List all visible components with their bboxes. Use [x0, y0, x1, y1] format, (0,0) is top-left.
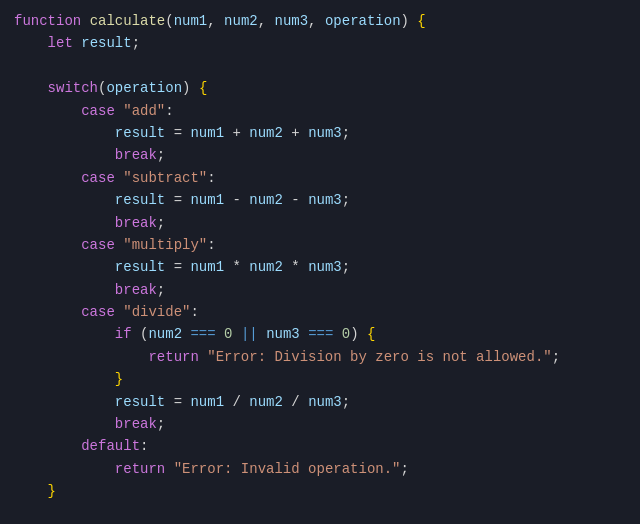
token-plain	[359, 326, 367, 342]
token-paren: (	[165, 13, 173, 29]
token-op: *	[232, 259, 240, 275]
token-plain: :	[165, 103, 173, 119]
token-eq: =	[174, 259, 182, 275]
line-content: break;	[14, 144, 165, 166]
code-line: case "add":	[0, 100, 640, 122]
token-kw: break	[115, 147, 157, 163]
token-var: num3	[266, 326, 300, 342]
token-paren: )	[401, 13, 409, 29]
token-kw: break	[115, 416, 157, 432]
token-brace: {	[199, 80, 207, 96]
code-line: case "subtract":	[0, 167, 640, 189]
token-num: 0	[342, 326, 350, 342]
token-plain	[115, 170, 123, 186]
token-var: num2	[249, 394, 283, 410]
token-plain	[132, 326, 140, 342]
token-var: num1	[190, 192, 224, 208]
code-line: if (num2 === 0 || num3 === 0) {	[0, 323, 640, 345]
token-str: "subtract"	[123, 170, 207, 186]
token-semi: ;	[157, 147, 165, 163]
token-var: num1	[190, 394, 224, 410]
token-plain	[300, 125, 308, 141]
token-param: num3	[275, 13, 309, 29]
code-line	[0, 55, 640, 77]
code-line: case "multiply":	[0, 234, 640, 256]
token-str: "add"	[123, 103, 165, 119]
token-plain	[73, 35, 81, 51]
token-plain	[233, 326, 241, 342]
token-eq: =	[174, 394, 182, 410]
token-plain	[115, 304, 123, 320]
token-semi: ;	[157, 215, 165, 231]
token-kw: return	[148, 349, 198, 365]
token-op: +	[232, 125, 240, 141]
token-plain	[300, 394, 308, 410]
token-semi: ;	[342, 394, 350, 410]
line-content: result = num1 - num2 - num3;	[14, 189, 350, 211]
token-brace: {	[417, 13, 425, 29]
code-content: function calculate(num1, num2, num3, ope…	[0, 10, 640, 524]
token-op: *	[291, 259, 299, 275]
token-semi: ;	[342, 192, 350, 208]
token-op: -	[232, 192, 240, 208]
line-content: case "add":	[14, 100, 174, 122]
token-plain	[258, 326, 266, 342]
line-content: case "divide":	[14, 301, 199, 323]
code-line: break;	[0, 413, 640, 435]
line-content: result = num1 / num2 / num3;	[14, 391, 350, 413]
token-str: "divide"	[123, 304, 190, 320]
token-kw: switch	[48, 80, 98, 96]
token-var: num2	[249, 259, 283, 275]
token-plain	[14, 483, 48, 499]
line-content: }	[14, 480, 56, 502]
token-var: num2	[249, 125, 283, 141]
token-bool-op: ===	[190, 326, 215, 342]
token-brace: {	[367, 326, 375, 342]
line-content: if (num2 === 0 || num3 === 0) {	[14, 323, 375, 345]
token-plain	[14, 215, 115, 231]
line-content	[14, 503, 22, 524]
token-var: result	[81, 35, 131, 51]
token-str: "Error: Invalid operation."	[174, 461, 401, 477]
token-var: result	[115, 125, 165, 141]
token-eq: =	[174, 192, 182, 208]
token-plain	[300, 192, 308, 208]
code-line: break;	[0, 144, 640, 166]
token-plain	[14, 170, 81, 186]
token-op: /	[232, 394, 240, 410]
token-brace: }	[48, 483, 56, 499]
code-line: default:	[0, 435, 640, 457]
code-line: result = num1 - num2 - num3;	[0, 189, 640, 211]
token-kw: default	[81, 438, 140, 454]
line-content: return "Error: Invalid operation.";	[14, 458, 409, 480]
token-plain	[14, 326, 115, 342]
token-param: operation	[325, 13, 401, 29]
code-line: }	[0, 368, 640, 390]
token-kw: break	[115, 215, 157, 231]
token-plain: :	[190, 304, 198, 320]
token-plain	[190, 80, 198, 96]
token-var: operation	[106, 80, 182, 96]
token-plain	[115, 103, 123, 119]
token-plain	[165, 192, 173, 208]
token-plain	[14, 461, 115, 477]
code-line: case "divide":	[0, 301, 640, 323]
token-plain	[14, 259, 115, 275]
line-content: break;	[14, 212, 165, 234]
token-op: -	[291, 192, 299, 208]
code-line: break;	[0, 279, 640, 301]
token-semi: ;	[157, 416, 165, 432]
token-plain	[165, 125, 173, 141]
token-kw: let	[48, 35, 73, 51]
token-var: num3	[308, 125, 342, 141]
token-plain	[14, 80, 48, 96]
token-plain	[165, 394, 173, 410]
line-content: break;	[14, 413, 165, 435]
token-pipe: ||	[241, 326, 258, 342]
line-content: let result;	[14, 32, 140, 54]
token-var: num1	[190, 125, 224, 141]
token-plain	[14, 282, 115, 298]
token-plain	[14, 416, 115, 432]
token-semi: ;	[552, 349, 560, 365]
token-var: num3	[308, 259, 342, 275]
